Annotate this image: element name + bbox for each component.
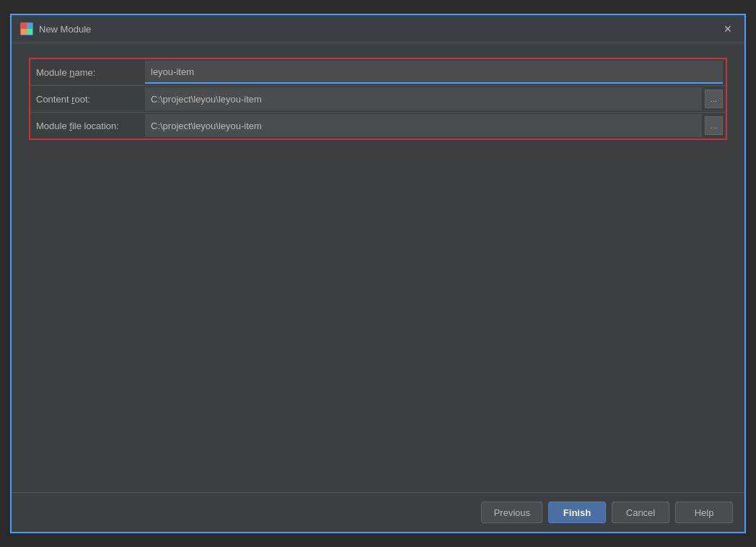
content-root-label-underline: r	[71, 94, 74, 105]
svg-rect-1	[27, 23, 32, 29]
module-file-location-row: Module file location: ...	[30, 112, 726, 139]
content-root-label: Content root:	[33, 94, 145, 105]
svg-rect-2	[21, 29, 27, 35]
module-file-location-label-underline: f	[69, 121, 72, 131]
footer: Previous Finish Cancel Help	[12, 492, 744, 532]
form-section: Module name: Content root: ... Module fi…	[29, 58, 727, 140]
finish-button[interactable]: Finish	[548, 502, 606, 523]
content-root-input[interactable]	[145, 87, 702, 110]
module-name-row: Module name:	[30, 59, 726, 85]
svg-rect-3	[27, 29, 32, 35]
previous-button[interactable]: Previous	[481, 502, 542, 523]
close-button[interactable]: ✕	[720, 21, 736, 37]
title-bar: New Module ✕	[12, 15, 744, 43]
content-root-browse-button[interactable]: ...	[705, 89, 723, 108]
cancel-button[interactable]: Cancel	[612, 502, 669, 523]
content-root-row: Content root: ...	[30, 85, 726, 112]
module-file-location-input[interactable]	[145, 114, 702, 137]
module-file-location-label: Module file location:	[33, 121, 145, 131]
content-area: Module name: Content root: ... Module fi…	[12, 43, 744, 492]
svg-rect-0	[21, 23, 27, 29]
module-name-label-underline: n	[69, 67, 74, 78]
new-module-dialog: New Module ✕ Module name: Content root: …	[10, 14, 746, 533]
help-button[interactable]: Help	[675, 502, 733, 523]
dialog-icon	[20, 22, 33, 35]
module-name-label: Module name:	[33, 67, 145, 78]
module-name-input[interactable]	[145, 61, 723, 84]
dialog-title: New Module	[39, 24, 720, 35]
module-file-location-browse-button[interactable]: ...	[705, 116, 723, 135]
